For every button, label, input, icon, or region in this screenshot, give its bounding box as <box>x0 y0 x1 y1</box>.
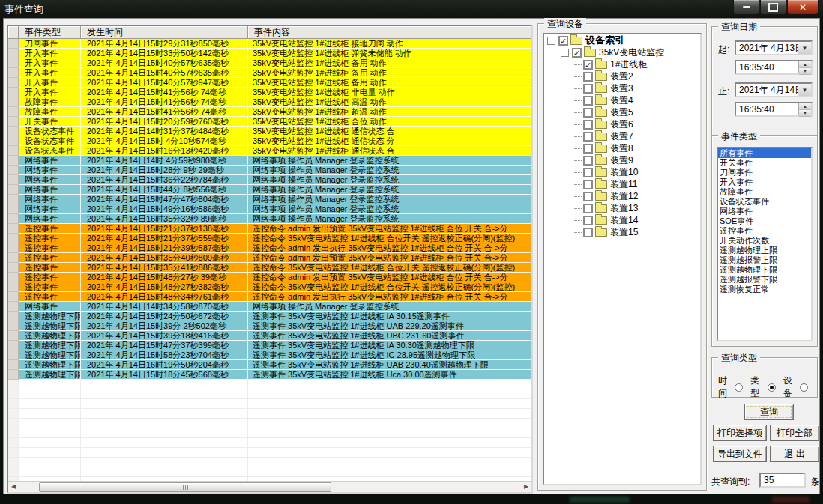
table-row[interactable]: 网络事件2021年 4月14日14时34分58秒870毫秒网络事项 操作员 Ma… <box>8 302 531 312</box>
table-row[interactable]: 开入事件2021年 4月14日15时33分50秒142毫秒35kV变电站监控 1… <box>8 49 531 58</box>
event-type-item[interactable]: 设备状态事件 <box>718 197 811 207</box>
event-type-item[interactable]: 遥控事件 <box>718 226 811 236</box>
from-date-picker[interactable]: 2021年 4月13日 ▼ <box>735 40 813 55</box>
tree-item-装置5[interactable]: 装置5 <box>544 106 700 118</box>
scroll-right-icon[interactable]: ▶ <box>521 482 531 492</box>
table-row[interactable]: 遥测越物理下限2021年 4月14日15时39分 2秒502毫秒遥测事件 35k… <box>8 321 531 331</box>
tree-checkbox[interactable] <box>583 168 593 177</box>
maximize-button[interactable] <box>760 0 786 15</box>
event-type-item[interactable]: 遥测越物理上限 <box>718 246 811 255</box>
tree-item-装置2[interactable]: 装置2 <box>544 70 700 82</box>
table-row[interactable]: 开入事件2021年 4月14日15时41分56秒 74毫秒35kV变电站监控 1… <box>8 88 531 97</box>
table-row[interactable]: 遥控事件2021年 4月14日15时21分39秒587毫秒遥控命令 admin … <box>8 243 531 253</box>
scroll-left-icon[interactable]: ◀ <box>8 482 19 492</box>
tree-checkbox[interactable] <box>583 156 593 166</box>
event-type-item[interactable]: 遥测越物理下限 <box>718 265 811 275</box>
from-time-field[interactable]: 16:35:40 ▲▼ <box>735 60 813 75</box>
tree-checkbox[interactable] <box>583 216 593 225</box>
tree-checkbox[interactable]: ✓ <box>572 48 582 58</box>
tree-item-装置12[interactable]: 装置12 <box>544 190 700 202</box>
event-type-item[interactable]: SOE事件 <box>718 216 811 226</box>
spin-down-icon[interactable]: ▼ <box>799 110 811 117</box>
table-row[interactable]: 设备状态事件2021年 4月14日14时31分37秒484毫秒35kV变电站监控… <box>8 127 531 136</box>
query-button[interactable]: 查询 <box>744 404 794 420</box>
tree-checkbox[interactable] <box>583 84 593 94</box>
table-row[interactable]: 遥控事件2021年 4月14日15时35分40秒809毫秒遥控命令 admin … <box>8 253 531 263</box>
event-type-item[interactable]: 开入事件 <box>718 177 811 187</box>
title-bar[interactable]: 事件查询 ✕ <box>0 0 823 18</box>
event-type-item[interactable]: 开关事件 <box>718 158 811 168</box>
tree-item-装置7[interactable]: 装置7 <box>544 130 700 142</box>
table-row[interactable]: 开入事件2021年 4月14日15时40分57秒947毫秒35kV变电站监控 1… <box>8 78 531 88</box>
table-row[interactable]: 遥测越物理下限2021年 4月14日15时24分50秒672毫秒遥测事件 35k… <box>8 312 531 321</box>
spin-up-icon[interactable]: ▲ <box>799 103 811 110</box>
spin-down-icon[interactable]: ▼ <box>799 68 811 75</box>
scrollbar-track[interactable] <box>19 482 521 492</box>
table-row[interactable]: 设备状态事件2021年 4月14日15时 4分10秒574毫秒35kV变电站监控… <box>8 136 531 146</box>
table-row[interactable]: 网络事件2021年 4月14日16时35分32秒 89毫秒网络事项 操作员 Ma… <box>8 214 531 224</box>
table-row[interactable]: 网络事件2021年 4月14日15时36分22秒784毫秒网络事项 操作员 Ma… <box>8 175 531 185</box>
table-row[interactable]: 网络事件2021年 4月14日15时44分 8秒556毫秒网络事项 操作员 Ma… <box>8 185 531 195</box>
table-row[interactable]: 网络事件2021年 4月14日15时47分47秒804毫秒网络事项 操作员 Ma… <box>8 195 531 204</box>
event-type-item[interactable]: 遥测恢复正常 <box>718 285 811 294</box>
tree-checkbox[interactable] <box>583 108 593 118</box>
event-type-item[interactable]: 遥测越报警下限 <box>718 275 811 285</box>
column-header-time[interactable]: 发生时间 <box>81 26 248 39</box>
table-row[interactable]: 遥控事件2021年 4月14日15时48分27秒382毫秒遥控命令 35kV变电… <box>8 282 531 292</box>
tree-item-设备索引[interactable]: -✓设备索引 <box>544 34 700 46</box>
table-row[interactable]: 开入事件2021年 4月14日15时40分57秒635毫秒35kV变电站监控 1… <box>8 58 531 68</box>
table-row[interactable]: 网络事件2021年 4月14日15时28分 9秒 29毫秒网络事项 操作员 Ma… <box>8 166 531 175</box>
table-row[interactable]: 遥测越物理下限2021年 4月14日15时18分45秒568毫秒遥测事件 35k… <box>8 370 531 380</box>
table-row[interactable]: 刀闸事件2021年 4月14日15时29分31秒850毫秒35kV变电站监控 1… <box>8 39 531 49</box>
to-time-spinner[interactable]: ▲▼ <box>798 103 811 115</box>
tree-checkbox[interactable] <box>583 120 593 130</box>
tree-checkbox[interactable]: ✓ <box>583 60 593 70</box>
export-to-file-button[interactable]: 导出到文件 <box>713 446 767 462</box>
event-type-item[interactable]: 故障事件 <box>718 187 811 197</box>
radio-button-设备[interactable] <box>800 383 808 392</box>
table-row[interactable]: 开关事件2021年 4月14日15时20分59秒760毫秒35kV变电站监控 1… <box>8 117 531 127</box>
table-row[interactable]: 遥测越物理下限2021年 4月14日15时47分37秒399毫秒遥测事件 35k… <box>8 341 531 350</box>
table-row[interactable]: 遥测越物理下限2021年 4月14日16时19分50秒204毫秒遥测事件 35k… <box>8 360 531 370</box>
horizontal-scrollbar[interactable]: ◀ ▶ <box>8 481 531 492</box>
column-header-event-type[interactable]: 事件类型 <box>19 26 81 39</box>
tree-checkbox[interactable] <box>583 144 593 154</box>
tree-item-装置8[interactable]: 装置8 <box>544 142 700 154</box>
tree-checkbox[interactable] <box>583 96 593 106</box>
tree-item-装置13[interactable]: 装置13 <box>544 202 700 214</box>
tree-checkbox[interactable] <box>583 180 593 189</box>
close-button[interactable]: ✕ <box>787 0 819 15</box>
tree-item-装置3[interactable]: 装置3 <box>544 82 700 94</box>
column-header-content[interactable]: 事件内容 <box>248 26 531 39</box>
table-row[interactable]: 故障事件2021年 4月14日15时41分56秒 74毫秒35kV变电站监控 1… <box>8 107 531 117</box>
table-row[interactable]: 遥控事件2021年 4月14日15时21分37秒559毫秒遥控命令 35kV变电… <box>8 234 531 243</box>
table-row[interactable]: 开入事件2021年 4月14日15时40分57秒635毫秒35kV变电站监控 1… <box>8 68 531 78</box>
chevron-down-icon[interactable]: ▼ <box>798 42 811 54</box>
spin-up-icon[interactable]: ▲ <box>799 61 811 68</box>
event-type-item[interactable]: 遥测越报警上限 <box>718 255 811 265</box>
to-date-picker[interactable]: 2021年 4月14日 ▼ <box>735 82 813 97</box>
result-count-field[interactable]: 35 <box>759 473 806 488</box>
tree-item-装置14[interactable]: 装置14 <box>544 214 700 226</box>
print-all-button[interactable]: 打印全部 <box>770 425 819 441</box>
tree-item-装置6[interactable]: 装置6 <box>544 118 700 130</box>
table-row[interactable]: 遥控事件2021年 4月14日15时48分27秒 39毫秒遥控命令 admin … <box>8 273 531 282</box>
table-row[interactable]: 设备状态事件2021年 4月14日15时16分13秒420毫秒35kV变电站监控… <box>8 146 531 156</box>
tree-collapse-icon[interactable]: - <box>561 49 569 57</box>
tree-checkbox[interactable]: ✓ <box>558 36 568 46</box>
tree-item-装置10[interactable]: 装置10 <box>544 166 700 178</box>
table-row[interactable]: 遥控事件2021年 4月14日15时21分37秒138毫秒遥控命令 admin … <box>8 224 531 234</box>
to-time-field[interactable]: 16:35:40 ▲▼ <box>735 102 813 117</box>
event-type-listbox[interactable]: 所有事件开关事件刀闸事件开入事件故障事件设备状态事件网络事件SOE事件遥控事件开… <box>717 147 813 341</box>
event-type-item[interactable]: 刀闸事件 <box>718 168 811 177</box>
table-row[interactable]: 网络事件2021年 4月14日15时49分16秒586毫秒网络事项 操作员 Ma… <box>8 204 531 214</box>
exit-button[interactable]: 退 出 <box>770 446 819 462</box>
table-row[interactable]: 网络事件2021年 4月14日14时 4分59秒980毫秒网络事项 操作员 Ma… <box>8 156 531 166</box>
table-row[interactable]: 遥测越物理下限2021年 4月14日15时58分23秒704毫秒遥测事件 35k… <box>8 350 531 360</box>
tree-item-装置4[interactable]: 装置4 <box>544 94 700 106</box>
radio-button-时间[interactable] <box>735 383 743 392</box>
tree-item-35kV变电站监控[interactable]: -✓35kV变电站监控 <box>544 46 700 58</box>
tree-item-装置15[interactable]: 装置15 <box>544 226 700 238</box>
chevron-down-icon[interactable]: ▼ <box>798 84 811 96</box>
tree-item-1#进线柜[interactable]: ✓1#进线柜 <box>544 58 700 70</box>
